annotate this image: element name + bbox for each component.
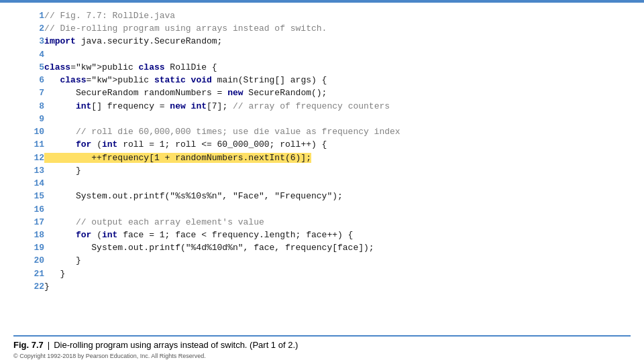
table-row: 22} bbox=[13, 280, 631, 293]
line-number: 21 bbox=[13, 267, 44, 280]
code-line: class="kw">public static void main(Strin… bbox=[44, 74, 631, 86]
table-row: 2// Die-rolling program using arrays ins… bbox=[13, 22, 631, 35]
code-line bbox=[44, 48, 631, 61]
code-line: // roll die 60,000,000 times; use die va… bbox=[44, 125, 631, 138]
code-line: for (int roll = 1; roll <= 60_000_000; r… bbox=[44, 138, 631, 151]
line-number: 7 bbox=[13, 86, 44, 99]
table-row: 17 // output each array element's value bbox=[13, 216, 631, 229]
line-number: 6 bbox=[13, 74, 44, 86]
code-line: // Die-rolling program using arrays inst… bbox=[44, 22, 631, 35]
table-row: 11 for (int roll = 1; roll <= 60_000_000… bbox=[13, 138, 631, 151]
table-row: 5class="kw">public class RollDie { bbox=[13, 61, 631, 74]
table-row: 18 for (int face = 1; face < frequency.l… bbox=[13, 229, 631, 241]
code-line: // output each array element's value bbox=[44, 216, 631, 229]
code-line: for (int face = 1; face < frequency.leng… bbox=[44, 229, 631, 241]
table-row: 1// Fig. 7.7: RollDie.java bbox=[13, 9, 631, 22]
code-line bbox=[44, 177, 631, 190]
fig-label: Fig. 7.7 bbox=[13, 340, 44, 350]
code-line: import java.security.SecureRandom; bbox=[44, 35, 631, 48]
table-row: 3import java.security.SecureRandom; bbox=[13, 35, 631, 48]
table-row: 9 bbox=[13, 113, 631, 125]
code-table: 1// Fig. 7.7: RollDie.java2// Die-rollin… bbox=[13, 9, 631, 293]
table-row: 20 } bbox=[13, 254, 631, 267]
line-number: 1 bbox=[13, 9, 44, 22]
code-line bbox=[44, 113, 631, 125]
code-area: 1// Fig. 7.7: RollDie.java2// Die-rollin… bbox=[0, 3, 644, 335]
table-row: 10 // roll die 60,000,000 times; use die… bbox=[13, 125, 631, 138]
table-row: 6 class="kw">public static void main(Str… bbox=[13, 74, 631, 86]
table-row: 19 System.out.printf("%4d%10d%n", face, … bbox=[13, 241, 631, 254]
table-row: 12 ++frequency[1 + randomNumbers.nextInt… bbox=[13, 152, 631, 164]
code-line: } bbox=[44, 254, 631, 267]
table-row: 7 SecureRandom randomNumbers = new Secur… bbox=[13, 86, 631, 99]
line-number: 10 bbox=[13, 125, 44, 138]
caption-text: Die-rolling program using arrays instead… bbox=[54, 340, 298, 350]
table-row: 14 bbox=[13, 177, 631, 190]
code-line: ++frequency[1 + randomNumbers.nextInt(6)… bbox=[44, 152, 631, 164]
line-number: 12 bbox=[13, 152, 44, 164]
code-line bbox=[44, 203, 631, 216]
code-line: SecureRandom randomNumbers = new SecureR… bbox=[44, 86, 631, 99]
line-number: 5 bbox=[13, 61, 44, 74]
main-container: 1// Fig. 7.7: RollDie.java2// Die-rollin… bbox=[0, 0, 644, 362]
code-line: System.out.printf("%4d%10d%n", face, fre… bbox=[44, 241, 631, 254]
copyright: © Copyright 1992-2018 by Pearson Educati… bbox=[0, 351, 644, 362]
code-line: int[] frequency = new int[7]; // array o… bbox=[44, 100, 631, 113]
line-number: 4 bbox=[13, 48, 44, 61]
line-number: 3 bbox=[13, 35, 44, 48]
code-line: } bbox=[44, 280, 631, 293]
highlighted-line: ++frequency[1 + randomNumbers.nextInt(6)… bbox=[44, 153, 311, 163]
line-number: 22 bbox=[13, 280, 44, 293]
line-number: 13 bbox=[13, 164, 44, 177]
table-row: 4 bbox=[13, 48, 631, 61]
line-number: 2 bbox=[13, 22, 44, 35]
caption-row: Fig. 7.7 | Die-rolling program using arr… bbox=[0, 337, 644, 351]
line-number: 8 bbox=[13, 100, 44, 113]
code-line: // Fig. 7.7: RollDie.java bbox=[44, 9, 631, 22]
code-line: class="kw">public class RollDie { bbox=[44, 61, 631, 74]
line-number: 18 bbox=[13, 229, 44, 241]
line-number: 14 bbox=[13, 177, 44, 190]
line-number: 16 bbox=[13, 203, 44, 216]
line-number: 9 bbox=[13, 113, 44, 125]
table-row: 16 bbox=[13, 203, 631, 216]
code-line: } bbox=[44, 164, 631, 177]
caption-divider: | bbox=[48, 340, 50, 350]
line-number: 15 bbox=[13, 190, 44, 202]
table-row: 8 int[] frequency = new int[7]; // array… bbox=[13, 100, 631, 113]
table-row: 13 } bbox=[13, 164, 631, 177]
table-row: 21 } bbox=[13, 267, 631, 280]
table-row: 15 System.out.printf("%s%10s%n", "Face",… bbox=[13, 190, 631, 202]
line-number: 17 bbox=[13, 216, 44, 229]
line-number: 19 bbox=[13, 241, 44, 254]
code-line: } bbox=[44, 267, 631, 280]
line-number: 11 bbox=[13, 138, 44, 151]
code-line: System.out.printf("%s%10s%n", "Face", "F… bbox=[44, 190, 631, 202]
line-number: 20 bbox=[13, 254, 44, 267]
